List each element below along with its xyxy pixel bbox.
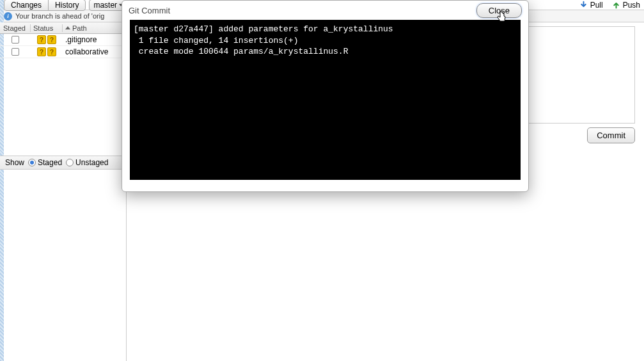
column-path-label: Path xyxy=(72,24,87,32)
column-path[interactable]: Path xyxy=(63,24,126,32)
status-unknown-icon: ? xyxy=(47,47,56,56)
file-path: collaborative xyxy=(63,47,126,56)
info-icon: i xyxy=(4,12,12,20)
stage-checkbox[interactable] xyxy=(12,48,19,56)
stage-checkbox[interactable] xyxy=(12,36,19,44)
git-commit-dialog: Git Commit Close [master d27a447] added … xyxy=(122,0,529,192)
file-list-header: Staged Status Path xyxy=(0,22,126,34)
show-unstaged-radio[interactable]: Unstaged xyxy=(66,158,108,167)
commit-output-terminal: [master d27a447] added parameters for a_… xyxy=(130,20,521,180)
dialog-header: Git Commit Close xyxy=(122,1,528,20)
file-list-panel: Staged Status Path ? ? .gitignore ? ? co… xyxy=(0,22,127,361)
push-arrow-up-icon xyxy=(612,1,620,9)
show-label: Show xyxy=(5,158,24,167)
pull-label: Pull xyxy=(590,1,603,10)
file-path: .gitignore xyxy=(63,35,126,44)
changes-tab[interactable]: Changes xyxy=(4,0,49,11)
pull-arrow-down-icon xyxy=(579,1,588,9)
sort-ascending-icon xyxy=(65,26,70,29)
status-unknown-icon: ? xyxy=(37,47,46,56)
column-status[interactable]: Status xyxy=(31,24,63,32)
commit-button[interactable]: Commit xyxy=(587,127,635,143)
show-filter-bar: Show Staged Unstaged xyxy=(0,156,126,170)
show-unstaged-label: Unstaged xyxy=(75,158,108,167)
status-unknown-icon: ? xyxy=(37,35,46,44)
push-button[interactable]: Push xyxy=(612,1,640,10)
file-row[interactable]: ? ? collaborative xyxy=(0,46,126,58)
branch-status-text: Your branch is ahead of 'orig xyxy=(15,12,104,20)
dialog-title: Git Commit xyxy=(129,6,170,15)
show-staged-label: Staged xyxy=(38,158,62,167)
file-row[interactable]: ? ? .gitignore xyxy=(0,34,126,46)
show-staged-radio[interactable]: Staged xyxy=(28,158,62,167)
branch-name: master xyxy=(93,1,117,10)
close-button[interactable]: Close xyxy=(476,3,522,18)
history-tab[interactable]: History xyxy=(48,0,86,11)
radio-icon xyxy=(28,159,36,166)
status-unknown-icon: ? xyxy=(47,35,56,44)
pull-button[interactable]: Pull xyxy=(579,1,603,10)
column-staged[interactable]: Staged xyxy=(0,24,31,32)
radio-icon xyxy=(66,159,74,166)
push-label: Push xyxy=(623,1,640,10)
